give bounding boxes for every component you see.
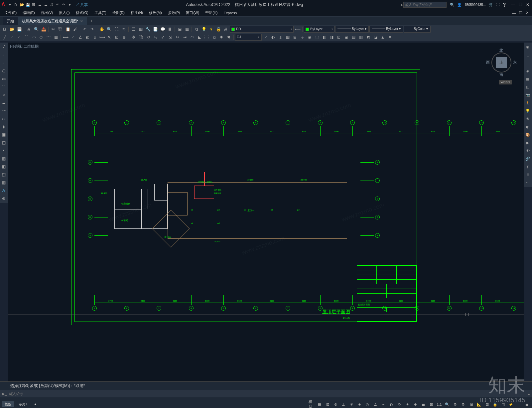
hw-accel-icon[interactable]: ⚡	[508, 401, 514, 407]
tool-j-icon[interactable]: ◨	[328, 34, 335, 41]
array-icon[interactable]: ⋮⋮	[203, 34, 210, 41]
constraint-icon[interactable]: 🔗	[524, 155, 531, 162]
insert-tool-icon[interactable]: ▣	[0, 131, 7, 138]
mirror-icon[interactable]: ⇋	[152, 34, 159, 41]
group-icon[interactable]: ⊞	[524, 171, 531, 178]
tool-a-icon[interactable]: ⟋	[262, 34, 269, 41]
cycle-toggle-icon[interactable]: ⟳	[396, 401, 402, 407]
tool-m-icon[interactable]: ▤	[350, 34, 357, 41]
menu-format[interactable]: 格式(O)	[73, 10, 91, 16]
new-icon[interactable]: 🗋	[13, 2, 19, 7]
print-icon[interactable]: 🖨	[26, 26, 32, 33]
menu-window[interactable]: 窗口(W)	[183, 10, 202, 16]
web-open-icon[interactable]: ☁	[37, 2, 43, 7]
revcloud-tool-icon[interactable]: ☁	[0, 99, 7, 106]
dim-cont-icon[interactable]: ⟼	[99, 34, 105, 41]
grips-icon[interactable]: ⊡	[524, 51, 531, 59]
extend-icon[interactable]: ⇥	[182, 34, 188, 41]
circle-tool-icon[interactable]: ○	[0, 91, 7, 98]
rect-icon[interactable]: ▭	[31, 34, 37, 41]
command-prompt[interactable]: ▶_ ▴	[0, 390, 532, 397]
lineweight-dropdown[interactable]: ByLayer ▾	[369, 26, 403, 33]
mark-icon[interactable]: 💬	[159, 26, 166, 33]
walk-icon[interactable]: 🚶	[524, 99, 531, 106]
ellipsearc-tool-icon[interactable]: ◗	[0, 123, 7, 130]
center-icon[interactable]: ⊕	[121, 34, 127, 41]
viewport-label[interactable]: [-][俯视][二维线框]	[10, 44, 39, 49]
menu-tools[interactable]: 工具(T)	[92, 10, 109, 16]
hatch-icon[interactable]: ▦	[53, 34, 59, 41]
spline-icon[interactable]: 〰	[45, 34, 52, 41]
monitor-icon[interactable]: 🖥	[468, 401, 474, 407]
dim-angle-icon[interactable]: ∠	[77, 34, 83, 41]
username[interactable]: 1505999135...	[465, 3, 486, 7]
command-input[interactable]	[9, 392, 528, 396]
plot-icon[interactable]: 🖨	[222, 26, 229, 33]
calc-icon[interactable]: 🖩	[167, 26, 173, 33]
sun2-icon[interactable]: ☀	[524, 115, 531, 122]
zoomprev-icon[interactable]: ⟲	[120, 26, 127, 33]
props-icon[interactable]: ☰	[130, 26, 137, 33]
menu-insert[interactable]: 插入(I)	[56, 10, 72, 16]
copy-icon[interactable]: ⿻	[57, 26, 64, 33]
zoomwin-icon[interactable]: ⛶	[113, 26, 120, 33]
ellipse-icon[interactable]: ⬭	[38, 34, 45, 41]
param-icon[interactable]: ƒ	[524, 163, 531, 170]
arc-icon[interactable]: ⌒	[23, 34, 30, 41]
anno-auto-icon[interactable]: ⚙	[452, 401, 458, 407]
linetype-dropdown[interactable]: ByLayer ▾	[335, 26, 369, 33]
model-space-label[interactable]: 模型	[309, 401, 315, 407]
tool-icon[interactable]: 🔧	[145, 26, 151, 33]
anno-scale[interactable]: 1:1	[436, 401, 442, 407]
workspace-icon[interactable]: ⚙	[460, 401, 466, 407]
redo-icon[interactable]: ↷	[61, 2, 66, 7]
menu-edit[interactable]: 编辑(E)	[20, 10, 38, 16]
preview-icon[interactable]: 🔍	[33, 26, 40, 33]
move-icon[interactable]: ✥	[130, 34, 137, 41]
isolate-icon[interactable]: ◫	[500, 401, 506, 407]
offset-icon[interactable]: ⧉	[211, 34, 217, 41]
material-icon[interactable]: ◐	[524, 123, 531, 130]
drawing-canvas[interactable]: [-][俯视][二维线框] 上 北 南 西 东 WCS ▾ 屋顶层平面图 屋顶层…	[8, 43, 524, 381]
sel-cycle-icon[interactable]: ⊡	[428, 401, 434, 407]
ortho-toggle-icon[interactable]: ⊥	[340, 401, 346, 407]
scale-icon[interactable]: ⤢	[160, 34, 166, 41]
infer-toggle-icon[interactable]: ⊙	[332, 401, 338, 407]
leader-icon[interactable]: ↖	[106, 34, 113, 41]
more-icon[interactable]: ⋯	[524, 179, 531, 186]
dim-diam-icon[interactable]: ⌀	[91, 34, 98, 41]
compass-north[interactable]: 北	[499, 48, 503, 53]
zoom-icon[interactable]: 🔍	[106, 26, 112, 33]
doc-min-icon[interactable]: —	[511, 11, 517, 15]
light-icon[interactable]: 💡	[524, 107, 531, 114]
tool-c-icon[interactable]: ◫	[277, 34, 284, 41]
rotate-icon[interactable]: ⟲	[145, 34, 152, 41]
addsel-tool-icon[interactable]: ⊕	[0, 195, 7, 202]
pline-tool-icon[interactable]: ⟋	[0, 59, 7, 67]
menu-draw[interactable]: 绘图(D)	[110, 10, 127, 16]
layprev-icon[interactable]: ⟸	[294, 26, 301, 33]
show-icon[interactable]: 👁	[524, 147, 531, 154]
qprops-icon[interactable]: ☰	[420, 401, 426, 407]
layout-add[interactable]: +	[32, 402, 39, 407]
tool-n-icon[interactable]: ▥	[357, 34, 364, 41]
undo-icon[interactable]: ↶	[55, 2, 61, 7]
tool-h-icon[interactable]: ⬚	[314, 34, 320, 41]
doc-restore-icon[interactable]: ❐	[518, 11, 524, 15]
layer-dropdown[interactable]: DD ▾	[230, 26, 294, 33]
grid-toggle-icon[interactable]: ▦	[317, 401, 323, 407]
model-tab[interactable]: 模型	[2, 401, 14, 407]
dim-align-icon[interactable]: ⟋	[69, 34, 76, 41]
undo-icon[interactable]: ↶	[81, 26, 88, 33]
publish-icon[interactable]: 📤	[40, 26, 47, 33]
qat-drop-icon[interactable]: ▾	[67, 2, 72, 7]
save-icon[interactable]: 💾	[16, 26, 23, 33]
tab-document[interactable]: 杭州某大酒店改造工程通风空调图* ✕	[18, 17, 87, 25]
doc-close-icon[interactable]: ✕	[524, 11, 530, 15]
tool-l-icon[interactable]: ▣	[343, 34, 349, 41]
line-tool-icon[interactable]: ╱	[0, 43, 7, 51]
circle-icon[interactable]: ○	[16, 34, 23, 41]
dyn-toggle-icon[interactable]: ⊕	[412, 401, 418, 407]
tool-g-icon[interactable]: ◉	[306, 34, 313, 41]
tool-k-icon[interactable]: ⊡	[335, 34, 342, 41]
